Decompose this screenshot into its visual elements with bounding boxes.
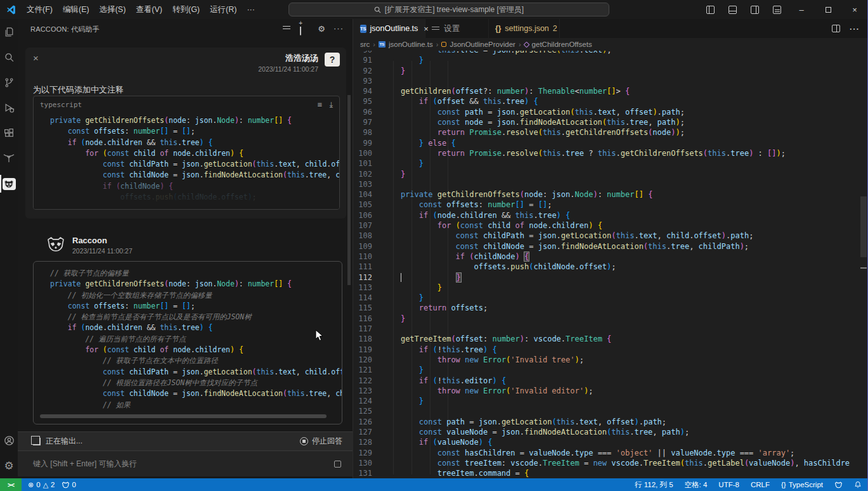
command-center-search[interactable]: [扩展开发宿主] tree-view-sample [管理员] [288,3,609,16]
editor-more-actions-icon[interactable]: ⋯ [849,23,859,35]
raccoon-panel: RACCOON: 代码助手 ⚙ ··· × 浩浩汤汤 2023/11/24 11… [18,19,353,478]
typescript-file-icon: TS [379,41,385,48]
tab-settings-json[interactable]: {} settings.json 2 [489,19,560,38]
explorer-icon[interactable] [0,19,18,44]
braces-icon: {} [781,481,786,488]
eol-sequence[interactable]: CRLF [751,481,770,488]
panel-settings-icon[interactable]: ⚙ [318,24,325,34]
raccoon-statusbar-icon[interactable] [834,481,843,488]
tab-settings[interactable]: 设置 [425,19,489,38]
settings-gear-icon[interactable]: ⚙ [0,453,18,478]
chat-input-row: 键入 [Shift + Enter] 可输入换行 [18,450,353,476]
vscode-window: 文件(F) 编辑(E) 选择(S) 查看(V) 转到(G) 运行(R) ··· … [0,0,868,491]
encoding[interactable]: UTF-8 [718,481,739,488]
assistant-message-header: Raccoon 2023/11/24 11:00:27 [46,236,133,255]
stop-icon [300,437,308,445]
menu-view[interactable]: 查看(V) [131,3,167,16]
send-button[interactable] [334,461,341,468]
user-author: 浩浩汤汤 [258,53,318,64]
maximize-icon [826,7,831,13]
menu-edit[interactable]: 编辑(E) [58,3,94,16]
chevron-right-icon: › [436,41,439,48]
minimize-button[interactable]: – [788,0,815,19]
toggle-panel-icon[interactable] [729,6,737,14]
tab-bar: TS jsonOutline.ts × 设置 {} settings.json … [354,19,868,38]
chevron-right-icon: › [519,41,521,48]
typescript-file-icon: TS [360,25,366,33]
breadcrumb-file[interactable]: jsonOutline.ts [389,41,433,48]
stop-answer-label: 停止回答 [312,436,342,447]
problems-indicator[interactable]: ⊗ 0 △ 2 [28,481,55,489]
panel-scrollbar[interactable] [347,95,351,285]
breadcrumb-class[interactable]: JsonOutlineProvider [450,41,515,48]
warning-icon: △ [43,481,48,489]
search-icon[interactable] [0,44,18,70]
split-editor-icon[interactable] [832,25,840,32]
extensions-icon[interactable] [0,120,18,146]
error-count: 0 [36,481,40,488]
customize-layout-icon[interactable] [773,6,781,14]
raccoon-extension-icon[interactable] [0,171,18,196]
settings-tune-icon [432,25,440,32]
menu-file[interactable]: 文件(F) [22,3,58,16]
indentation[interactable]: 空格: 4 [685,480,708,490]
chat-input[interactable]: 键入 [Shift + Enter] 可输入换行 [33,459,137,469]
notifications-bell-icon[interactable] [854,481,862,488]
code-editor[interactable]: 90 this.tree = json.parseTree(this.text)… [354,51,868,478]
error-icon: ⊗ [28,481,34,489]
cursor-position[interactable]: 行 112, 列 5 [635,480,673,490]
assistant-timestamp: 2023/11/24 11:00:27 [72,247,133,255]
user-message-card: × 浩浩汤汤 2023/11/24 11:00:27 ? 为以下代码添加中文注释… [25,48,346,219]
code-fade-overlay [34,184,339,209]
horizontal-scrollbar[interactable] [40,414,327,418]
raccoon-count: 0 [72,481,76,488]
breadcrumb-src[interactable]: src [360,41,370,48]
maximize-button[interactable] [815,0,841,19]
history-list-icon[interactable] [282,24,292,34]
wrap-lines-icon[interactable]: ≡ [317,100,321,109]
tab-jsonoutline[interactable]: TS jsonOutline.ts × [354,19,425,38]
menu-run[interactable]: 运行(R) [205,3,242,16]
user-timestamp: 2023/11/24 11:00:27 [258,65,318,73]
chevron-right-icon: › [373,41,375,48]
editor-group: TS jsonOutline.ts × 设置 {} settings.json … [354,19,868,478]
user-code-block: typescript ≡ ⤓ private getChildrenOffset… [33,96,340,210]
raccoon-status[interactable]: 0 [62,481,76,488]
toggle-secondary-sidebar-icon[interactable] [751,6,759,14]
menu-go[interactable]: 转到(G) [167,3,205,16]
language-mode[interactable]: {} TypeScript [781,481,823,488]
source-control-icon[interactable] [0,70,18,95]
editor-scrollbar[interactable] [860,51,867,478]
account-icon[interactable] [0,428,18,453]
search-icon [374,6,381,13]
run-debug-icon[interactable] [0,95,18,120]
assistant-code-block: // 获取子节点的偏移量private getChildrenOffsets(n… [33,261,342,424]
tab-label: settings.json [505,24,548,33]
new-chat-icon[interactable] [300,23,301,35]
scrollbar-thumb[interactable] [860,196,867,257]
insert-code-icon[interactable]: ⤓ [330,100,333,109]
menu-selection[interactable]: 选择(S) [94,3,131,16]
title-bar: 文件(F) 编辑(E) 选择(S) 查看(V) 转到(G) 运行(R) ··· … [0,0,868,19]
overview-cursor-marker [860,267,867,269]
toggle-sidebar-icon[interactable] [706,6,715,14]
breadcrumb: src › TS jsonOutline.ts › JsonOutlinePro… [354,38,868,51]
code-language-label: typescript [40,101,82,109]
streaming-icon [33,438,41,445]
vscode-logo-icon [6,4,16,15]
close-message-icon[interactable]: × [33,53,39,63]
assistant-name: Raccoon [72,236,133,245]
stop-answer-button[interactable]: 停止回答 [300,436,342,447]
generation-status-row: 正在输出... 停止回答 [18,431,353,450]
menu-more[interactable]: ··· [242,3,260,16]
user-avatar: ? [325,53,340,67]
panel-title: RACCOON: 代码助手 [30,25,100,34]
activity-bar: ⚙ [0,19,18,478]
close-window-button[interactable]: × [841,0,868,19]
tree-view-sample-icon[interactable] [0,146,18,171]
remote-indicator[interactable]: >< [0,478,22,491]
tab-group-badge: 2 [553,24,557,33]
panel-more-icon[interactable]: ··· [334,23,344,33]
breadcrumb-method[interactable]: getChildrenOffsets [532,41,592,48]
tab-label: 设置 [444,23,460,34]
